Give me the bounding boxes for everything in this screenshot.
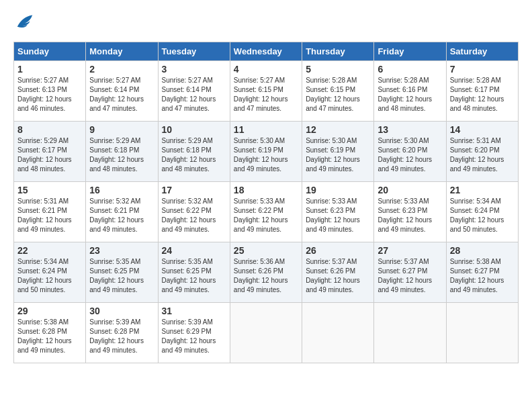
day-info: Sunrise: 5:38 AM Sunset: 6:28 PM Dayligh… — [17, 318, 82, 355]
day-number: 21 — [450, 185, 515, 195]
calendar-cell: 5Sunrise: 5:28 AM Sunset: 6:15 PM Daylig… — [302, 61, 374, 122]
day-info: Sunrise: 5:28 AM Sunset: 6:16 PM Dayligh… — [378, 76, 442, 113]
day-info: Sunrise: 5:38 AM Sunset: 6:27 PM Dayligh… — [450, 257, 515, 295]
day-number: 5 — [306, 64, 370, 75]
day-number: 16 — [89, 185, 154, 195]
calendar-cell: 19Sunrise: 5:33 AM Sunset: 6:23 PM Dayli… — [302, 182, 374, 242]
day-number: 25 — [234, 245, 298, 256]
week-row-4: 22Sunrise: 5:34 AM Sunset: 6:24 PM Dayli… — [14, 242, 519, 303]
calendar-cell: 16Sunrise: 5:32 AM Sunset: 6:21 PM Dayli… — [86, 182, 158, 242]
calendar-cell: 24Sunrise: 5:35 AM Sunset: 6:25 PM Dayli… — [158, 242, 230, 303]
calendar-cell: 2Sunrise: 5:27 AM Sunset: 6:14 PM Daylig… — [86, 61, 158, 122]
page-header — [13, 13, 519, 35]
day-number: 1 — [17, 64, 82, 75]
calendar-table: SundayMondayTuesdayWednesdayThursdayFrid… — [13, 42, 519, 363]
calendar-cell — [446, 303, 518, 363]
day-number: 28 — [450, 245, 515, 256]
day-info: Sunrise: 5:31 AM Sunset: 6:21 PM Dayligh… — [17, 197, 82, 234]
day-number: 24 — [162, 245, 226, 256]
calendar-cell — [374, 303, 446, 363]
calendar-cell: 27Sunrise: 5:37 AM Sunset: 6:27 PM Dayli… — [374, 242, 446, 303]
day-info: Sunrise: 5:30 AM Sunset: 6:20 PM Dayligh… — [378, 136, 442, 174]
header-monday: Monday — [86, 42, 158, 61]
header-thursday: Thursday — [302, 42, 374, 61]
day-number: 20 — [378, 185, 442, 195]
logo — [13, 13, 35, 35]
day-number: 14 — [450, 124, 515, 135]
day-number: 17 — [162, 185, 226, 195]
calendar-cell: 4Sunrise: 5:27 AM Sunset: 6:15 PM Daylig… — [230, 61, 302, 122]
day-info: Sunrise: 5:32 AM Sunset: 6:22 PM Dayligh… — [162, 197, 226, 234]
day-number: 31 — [162, 306, 226, 316]
calendar-cell: 12Sunrise: 5:30 AM Sunset: 6:19 PM Dayli… — [302, 122, 374, 182]
day-info: Sunrise: 5:39 AM Sunset: 6:29 PM Dayligh… — [162, 318, 226, 355]
header-friday: Friday — [374, 42, 446, 61]
calendar-cell: 9Sunrise: 5:29 AM Sunset: 6:18 PM Daylig… — [86, 122, 158, 182]
calendar-cell: 29Sunrise: 5:38 AM Sunset: 6:28 PM Dayli… — [14, 303, 86, 363]
calendar-cell: 6Sunrise: 5:28 AM Sunset: 6:16 PM Daylig… — [374, 61, 446, 122]
calendar-cell: 20Sunrise: 5:33 AM Sunset: 6:23 PM Dayli… — [374, 182, 446, 242]
week-row-3: 15Sunrise: 5:31 AM Sunset: 6:21 PM Dayli… — [14, 182, 519, 242]
day-info: Sunrise: 5:28 AM Sunset: 6:17 PM Dayligh… — [450, 76, 515, 113]
calendar-cell: 30Sunrise: 5:39 AM Sunset: 6:28 PM Dayli… — [86, 303, 158, 363]
calendar-cell: 7Sunrise: 5:28 AM Sunset: 6:17 PM Daylig… — [446, 61, 518, 122]
day-info: Sunrise: 5:39 AM Sunset: 6:28 PM Dayligh… — [89, 318, 154, 355]
calendar-cell: 13Sunrise: 5:30 AM Sunset: 6:20 PM Dayli… — [374, 122, 446, 182]
day-info: Sunrise: 5:37 AM Sunset: 6:27 PM Dayligh… — [378, 257, 442, 295]
day-number: 13 — [378, 124, 442, 135]
day-info: Sunrise: 5:31 AM Sunset: 6:20 PM Dayligh… — [450, 136, 515, 174]
day-info: Sunrise: 5:29 AM Sunset: 6:17 PM Dayligh… — [17, 136, 82, 174]
header-wednesday: Wednesday — [230, 42, 302, 61]
calendar-cell — [302, 303, 374, 363]
day-number: 27 — [378, 245, 442, 256]
calendar-cell: 14Sunrise: 5:31 AM Sunset: 6:20 PM Dayli… — [446, 122, 518, 182]
calendar-cell: 11Sunrise: 5:30 AM Sunset: 6:19 PM Dayli… — [230, 122, 302, 182]
day-info: Sunrise: 5:27 AM Sunset: 6:13 PM Dayligh… — [17, 76, 82, 113]
day-number: 4 — [234, 64, 298, 75]
day-number: 9 — [89, 124, 154, 135]
calendar-cell — [230, 303, 302, 363]
day-info: Sunrise: 5:28 AM Sunset: 6:15 PM Dayligh… — [306, 76, 370, 113]
calendar-cell: 23Sunrise: 5:35 AM Sunset: 6:25 PM Dayli… — [86, 242, 158, 303]
day-info: Sunrise: 5:33 AM Sunset: 6:23 PM Dayligh… — [378, 197, 442, 234]
day-info: Sunrise: 5:30 AM Sunset: 6:19 PM Dayligh… — [234, 136, 298, 174]
calendar-cell: 25Sunrise: 5:36 AM Sunset: 6:26 PM Dayli… — [230, 242, 302, 303]
day-number: 26 — [306, 245, 370, 256]
week-row-5: 29Sunrise: 5:38 AM Sunset: 6:28 PM Dayli… — [14, 303, 519, 363]
day-number: 18 — [234, 185, 298, 195]
day-number: 11 — [234, 124, 298, 135]
day-number: 3 — [162, 64, 226, 75]
calendar-header-row: SundayMondayTuesdayWednesdayThursdayFrid… — [14, 42, 519, 61]
calendar-cell: 3Sunrise: 5:27 AM Sunset: 6:14 PM Daylig… — [158, 61, 230, 122]
day-number: 29 — [17, 306, 82, 316]
day-number: 2 — [89, 64, 154, 75]
week-row-1: 1Sunrise: 5:27 AM Sunset: 6:13 PM Daylig… — [14, 61, 519, 122]
header-tuesday: Tuesday — [158, 42, 230, 61]
calendar-cell: 15Sunrise: 5:31 AM Sunset: 6:21 PM Dayli… — [14, 182, 86, 242]
day-number: 6 — [378, 64, 442, 75]
day-number: 30 — [89, 306, 154, 316]
calendar-cell: 28Sunrise: 5:38 AM Sunset: 6:27 PM Dayli… — [446, 242, 518, 303]
header-sunday: Sunday — [14, 42, 86, 61]
calendar-cell: 18Sunrise: 5:33 AM Sunset: 6:22 PM Dayli… — [230, 182, 302, 242]
day-info: Sunrise: 5:27 AM Sunset: 6:14 PM Dayligh… — [89, 76, 154, 113]
day-number: 15 — [17, 185, 82, 195]
day-number: 19 — [306, 185, 370, 195]
header-saturday: Saturday — [446, 42, 518, 61]
day-info: Sunrise: 5:27 AM Sunset: 6:14 PM Dayligh… — [162, 76, 226, 113]
day-info: Sunrise: 5:34 AM Sunset: 6:24 PM Dayligh… — [17, 257, 82, 295]
day-info: Sunrise: 5:34 AM Sunset: 6:24 PM Dayligh… — [450, 197, 515, 234]
calendar-cell: 10Sunrise: 5:29 AM Sunset: 6:18 PM Dayli… — [158, 122, 230, 182]
calendar-cell: 1Sunrise: 5:27 AM Sunset: 6:13 PM Daylig… — [14, 61, 86, 122]
day-number: 22 — [17, 245, 82, 256]
day-number: 8 — [17, 124, 82, 135]
day-info: Sunrise: 5:33 AM Sunset: 6:23 PM Dayligh… — [306, 197, 370, 234]
calendar-cell: 8Sunrise: 5:29 AM Sunset: 6:17 PM Daylig… — [14, 122, 86, 182]
calendar-cell: 21Sunrise: 5:34 AM Sunset: 6:24 PM Dayli… — [446, 182, 518, 242]
day-info: Sunrise: 5:37 AM Sunset: 6:26 PM Dayligh… — [306, 257, 370, 295]
day-info: Sunrise: 5:29 AM Sunset: 6:18 PM Dayligh… — [89, 136, 154, 174]
calendar-cell: 17Sunrise: 5:32 AM Sunset: 6:22 PM Dayli… — [158, 182, 230, 242]
day-info: Sunrise: 5:27 AM Sunset: 6:15 PM Dayligh… — [234, 76, 298, 113]
day-info: Sunrise: 5:35 AM Sunset: 6:25 PM Dayligh… — [162, 257, 226, 295]
day-number: 12 — [306, 124, 370, 135]
